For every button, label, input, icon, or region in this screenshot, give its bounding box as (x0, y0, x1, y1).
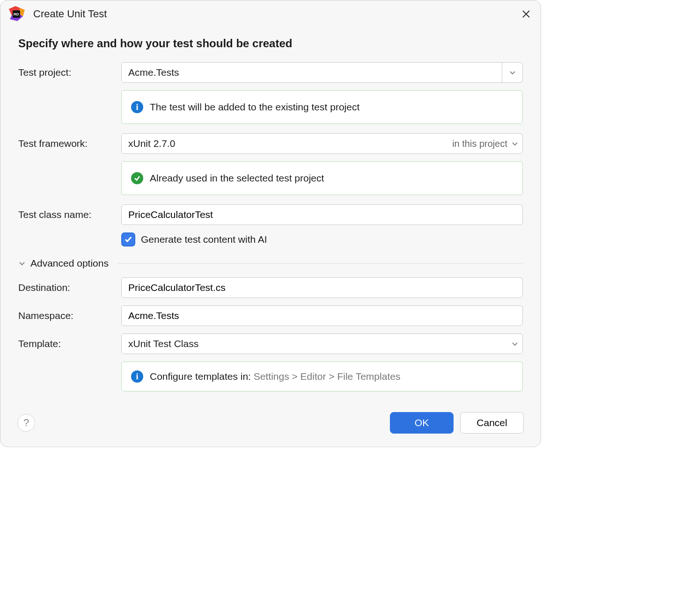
info-icon: i (131, 370, 143, 383)
check-circle-icon (131, 172, 143, 184)
cancel-button[interactable]: Cancel (460, 412, 524, 434)
namespace-input[interactable] (121, 305, 523, 326)
row-test-project: Test project: Acme.Tests (18, 62, 523, 83)
test-framework-value: xUnit 2.7.0 (128, 138, 452, 149)
test-framework-scope: in this project (452, 138, 507, 149)
row-template: Template: xUnit Test Class (18, 333, 523, 354)
row-test-class-name: Test class name: (18, 204, 523, 225)
row-test-framework: Test framework: xUnit 2.7.0 in this proj… (18, 133, 523, 154)
chevron-down-icon (502, 63, 522, 82)
generate-ai-checkbox[interactable] (121, 232, 135, 246)
hint-framework-used: Already used in the selected test projec… (121, 161, 523, 195)
hint-configure-templates-text: Configure templates in: Settings > Edito… (150, 371, 400, 382)
advanced-options-label: Advanced options (30, 258, 109, 269)
test-project-combo[interactable]: Acme.Tests (121, 62, 523, 83)
destination-input[interactable] (121, 277, 523, 298)
hint-configure-prefix: Configure templates in: (150, 371, 254, 382)
check-icon (124, 235, 132, 244)
chevron-down-icon (18, 260, 26, 267)
label-destination: Destination: (18, 282, 121, 293)
dialog-title: Create Unit Test (33, 8, 521, 20)
chevron-down-icon (511, 340, 519, 348)
separator (118, 263, 523, 264)
help-icon: ? (23, 417, 29, 429)
dialog-body: Specify where and how your test should b… (0, 26, 541, 405)
dialog-heading: Specify where and how your test should b… (18, 37, 523, 50)
row-destination: Destination: (18, 277, 523, 298)
label-test-framework: Test framework: (18, 138, 121, 149)
row-ai-checkbox: Generate test content with AI (121, 232, 523, 246)
close-icon (522, 10, 530, 18)
label-namespace: Namespace: (18, 310, 121, 321)
info-icon: i (131, 101, 143, 113)
hint-existing-project: i The test will be added to the existing… (121, 90, 523, 124)
test-project-value: Acme.Tests (122, 67, 502, 78)
hint-framework-used-text: Already used in the selected test projec… (150, 173, 324, 184)
advanced-options-toggle[interactable]: Advanced options (18, 258, 523, 269)
button-bar: ? OK Cancel (0, 405, 541, 447)
hint-configure-path: Settings > Editor > File Templates (254, 371, 401, 382)
label-template: Template: (18, 338, 121, 349)
app-icon: RD (9, 6, 25, 22)
create-unit-test-dialog: RD Create Unit Test Specify where and ho… (0, 0, 541, 447)
close-button[interactable] (521, 9, 531, 19)
help-button[interactable]: ? (17, 414, 35, 432)
template-value: xUnit Test Class (128, 338, 511, 349)
ok-button[interactable]: OK (390, 412, 454, 434)
label-test-project: Test project: (18, 67, 121, 78)
row-namespace: Namespace: (18, 305, 523, 326)
svg-text:RD: RD (14, 12, 19, 16)
hint-existing-project-text: The test will be added to the existing t… (150, 101, 359, 113)
hint-configure-templates: i Configure templates in: Settings > Edi… (121, 362, 523, 391)
generate-ai-label: Generate test content with AI (141, 234, 267, 245)
test-class-name-input[interactable] (121, 204, 523, 225)
titlebar: RD Create Unit Test (0, 0, 541, 26)
label-test-class-name: Test class name: (18, 209, 121, 220)
test-framework-combo[interactable]: xUnit 2.7.0 in this project (121, 133, 523, 154)
chevron-down-icon (511, 140, 519, 147)
template-combo[interactable]: xUnit Test Class (121, 333, 523, 354)
